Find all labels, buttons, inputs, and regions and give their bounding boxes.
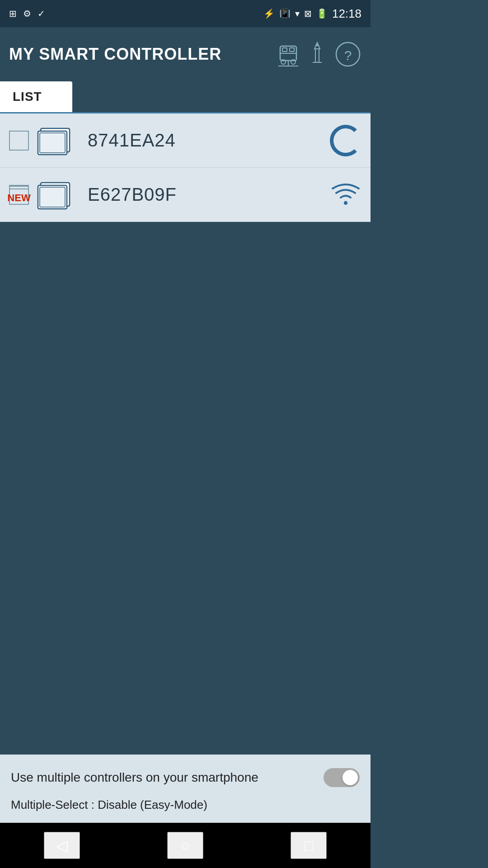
image-icon: ⊞ <box>9 8 17 19</box>
status-bar-left: ⊞ ⚙ ✓ <box>9 8 45 19</box>
tab-bar: LIST <box>0 81 371 113</box>
list-item[interactable]: 8741EA24 <box>0 113 371 168</box>
item-checkbox-1[interactable] <box>9 131 29 151</box>
svg-rect-2 <box>282 48 287 52</box>
item-checkbox-2[interactable]: NEW <box>9 185 29 205</box>
svg-text:?: ? <box>344 48 352 63</box>
recent-button[interactable]: □ <box>291 832 327 859</box>
back-button[interactable]: ◁ <box>44 832 80 859</box>
home-button[interactable]: ○ <box>167 832 203 859</box>
info-icon[interactable]: ? <box>334 41 361 68</box>
device-status-2 <box>330 180 361 209</box>
status-time: 12:18 <box>332 7 361 21</box>
train-icon[interactable] <box>277 41 300 68</box>
multiple-controllers-toggle[interactable] <box>324 768 360 787</box>
footer-settings: Use multiple controllers on your smartph… <box>0 755 371 823</box>
device-id-2: E627B09F <box>88 184 325 205</box>
vibrate-icon: 📳 <box>279 8 291 19</box>
svg-rect-9 <box>315 49 319 62</box>
mode-label: Multiple-Select : Disable (Easy-Mode) <box>11 796 360 812</box>
app-bar: MY SMART CONTROLLER <box>0 27 371 81</box>
svg-point-20 <box>344 201 347 205</box>
svg-rect-16 <box>40 133 65 153</box>
svg-rect-11 <box>316 44 318 46</box>
toggle-thumb <box>343 770 358 785</box>
check-icon: ✓ <box>38 8 45 19</box>
bluetooth-icon: ⚡ <box>263 8 275 19</box>
bottom-nav: ◁ ○ □ <box>0 823 371 868</box>
status-bar-right: ⚡ 📳 ▾ ⊠ 🔋 12:18 <box>263 7 361 21</box>
svg-rect-19 <box>40 187 65 207</box>
android-icon: ⚙ <box>23 8 31 19</box>
svg-rect-3 <box>290 48 294 52</box>
new-badge: NEW <box>7 192 30 204</box>
controller-icon-1 <box>36 125 77 156</box>
app-title: MY SMART CONTROLLER <box>9 45 221 64</box>
multiple-controllers-row: Use multiple controllers on your smartph… <box>11 768 360 787</box>
loading-spinner <box>330 125 361 156</box>
tower-icon[interactable] <box>308 41 326 68</box>
status-bar: ⊞ ⚙ ✓ ⚡ 📳 ▾ ⊠ 🔋 12:18 <box>0 0 371 27</box>
battery-icon: 🔋 <box>316 8 328 19</box>
multiple-controllers-label: Use multiple controllers on your smartph… <box>11 769 324 786</box>
device-list: 8741EA24 NEW E627B09F <box>0 113 371 222</box>
wifi-status-icon: ▾ <box>295 8 300 19</box>
tab-list[interactable]: LIST <box>0 81 72 112</box>
device-id-1: 8741EA24 <box>88 130 325 151</box>
controller-icon-2 <box>36 179 77 211</box>
list-item[interactable]: NEW E627B09F <box>0 168 371 222</box>
app-bar-icons: ? <box>277 41 361 68</box>
device-status-1 <box>330 125 361 156</box>
empty-area <box>0 222 371 755</box>
signal-off-icon: ⊠ <box>304 8 312 19</box>
